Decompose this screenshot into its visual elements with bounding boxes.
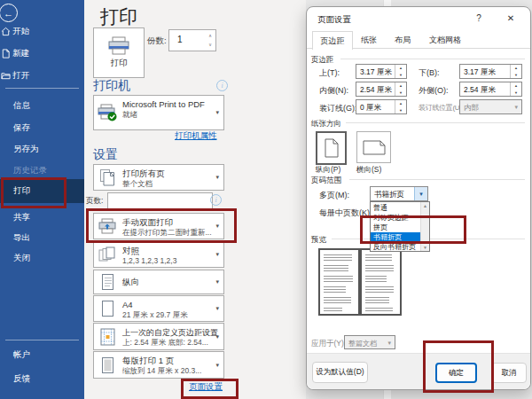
print-all-pages-icon: [99, 168, 115, 186]
printer-name: Microsoft Print to PDF: [122, 99, 205, 109]
back-button[interactable]: ←: [0, 4, 18, 22]
margin-bottom-label: 下(B):: [419, 67, 440, 79]
info-icon[interactable]: i: [216, 80, 228, 91]
tab-margins[interactable]: 页边距: [312, 31, 353, 50]
pages-per-sheet-selector[interactable]: 每版打印 1 页 缩放到 14 厘米 x 20.3... ▾: [93, 351, 224, 379]
sidebar-item-info[interactable]: 信息: [0, 96, 84, 115]
button-label: 设为默认值(D): [316, 367, 364, 378]
margin-outside-label: 外侧(O):: [419, 85, 449, 97]
chevron-down-icon[interactable]: ▾: [414, 187, 427, 200]
close-button[interactable]: ✕: [500, 10, 521, 27]
spin-up-icon[interactable]: ∧: [208, 34, 212, 38]
landscape-option[interactable]: [356, 131, 391, 163]
sidebar-item-feedback[interactable]: 反馈: [0, 369, 84, 388]
chevron-down-icon: ▾: [215, 174, 219, 181]
field-value: 3.17 厘米: [360, 67, 392, 78]
chevron-down-icon: ▾: [215, 278, 219, 286]
sidebar-item-open[interactable]: 打开: [0, 66, 84, 85]
sidebar-item-export[interactable]: 导出: [0, 228, 84, 247]
sidebar-item-label: 打印: [13, 185, 30, 197]
dropdown-line2: 21 厘米 x 29.7 厘米: [122, 310, 188, 321]
margin-top-label: 上(T):: [319, 67, 340, 79]
spin-down-icon[interactable]: ∨: [208, 43, 212, 47]
portrait-option[interactable]: [316, 131, 347, 165]
sidebar-item-save-as[interactable]: 另存为: [0, 139, 84, 159]
portrait-label: 纵向(P): [316, 165, 340, 176]
sidebar-item-share[interactable]: 共享: [0, 207, 84, 227]
option-reverse-book-fold[interactable]: 反向书籍折页: [371, 242, 415, 252]
scroll-up-icon[interactable]: ▲: [421, 203, 429, 208]
tab-layout[interactable]: 布局: [387, 32, 419, 49]
option-two-per-sheet[interactable]: 拼页: [371, 223, 415, 232]
sidebar-item-save[interactable]: 保存: [0, 118, 84, 137]
spinner[interactable]: ▲▼: [395, 82, 406, 96]
page-setup-dialog: 页面设置 ? ✕ 页边距 纸张 布局 文档网格 页边距 上(T): 3.17 厘…: [306, 6, 531, 390]
printer-selector[interactable]: Microsoft Print to PDF 就绪 ▾: [93, 95, 224, 130]
portrait-page-icon: [101, 274, 114, 291]
gutter-field[interactable]: 0 厘米 ▲▼: [356, 99, 407, 114]
copies-value: 1: [177, 35, 183, 44]
dialog-footer: 设为默认值(D) 确定 取消: [307, 353, 530, 389]
spinner[interactable]: ▲▼: [510, 82, 521, 96]
sidebar-item-close[interactable]: 关闭: [0, 248, 84, 268]
settings-section-heading: 设置: [93, 147, 118, 163]
dropdown-scrollbar[interactable]: ▲ ▼: [420, 202, 429, 251]
collation-selector[interactable]: 对照 1,2,3 1,2,3 1,2,3 ▾: [93, 241, 224, 268]
tab-label: 布局: [395, 35, 411, 46]
tab-paper[interactable]: 纸张: [353, 32, 385, 49]
multi-pages-combobox[interactable]: 书籍折页 ▾: [370, 186, 428, 201]
page-title: 打印: [100, 4, 137, 29]
margin-bottom-field[interactable]: 3.17 厘米 ▲▼: [459, 64, 522, 79]
orientation-selector[interactable]: 纵向 ▾: [93, 270, 224, 294]
margin-outside-field[interactable]: 2.54 厘米 ▲▼: [459, 82, 522, 97]
printer-properties-link[interactable]: 打印机属性: [175, 130, 217, 142]
sidebar-item-home[interactable]: 开始: [0, 21, 84, 41]
printer-device-icon: [98, 104, 117, 121]
sidebar-item-new[interactable]: 新建: [0, 43, 84, 63]
cancel-button[interactable]: 取消: [491, 363, 527, 383]
copies-stepper[interactable]: 1 ∧ ∨: [168, 29, 216, 51]
tab-doc-grid[interactable]: 文档网格: [420, 32, 470, 49]
paper-size-icon: [101, 301, 114, 317]
help-button[interactable]: ?: [468, 10, 489, 27]
sheets-per-booklet-label: 每册中页数(K):: [319, 207, 372, 219]
print-button[interactable]: 打印: [93, 27, 145, 78]
folder-icon: [1, 71, 11, 81]
preview-left-page: [318, 248, 360, 316]
chevron-down-icon: ▾: [215, 223, 219, 230]
dialog-title: 页面设置: [317, 14, 351, 26]
tab-label: 页边距: [321, 35, 345, 47]
scroll-down-icon[interactable]: ▼: [421, 245, 429, 250]
spinner[interactable]: ▲▼: [395, 100, 406, 113]
print-range-selector[interactable]: 打印所有页 整个文档 ▾: [93, 164, 224, 191]
duplex-printer-icon: [98, 218, 116, 234]
option-book-fold[interactable]: 书籍折页: [371, 232, 421, 242]
option-normal[interactable]: 普通: [371, 203, 415, 213]
pages-info-icon[interactable]: i: [210, 194, 222, 206]
sidebar-item-account[interactable]: 帐户: [0, 345, 84, 364]
option-mirror-margins[interactable]: 对称页边距: [371, 213, 415, 223]
paper-size-selector[interactable]: A4 21 厘米 x 29.7 厘米 ▾: [93, 295, 224, 322]
sidebar-item-label: 新建: [12, 48, 29, 59]
dropdown-line2: 在提示打印第二面时重新...: [122, 228, 212, 239]
sidebar-item-print[interactable]: 打印: [0, 179, 84, 203]
chevron-down-icon: ▾: [215, 305, 219, 312]
dropdown-line1: A4: [122, 300, 133, 309]
spin-down-icon: ▼: [511, 72, 521, 79]
spinner[interactable]: ▲▼: [510, 65, 521, 78]
set-as-default-button[interactable]: 设为默认值(D): [312, 362, 368, 383]
page-setup-link[interactable]: 页面设置: [189, 381, 223, 393]
margins-selector[interactable]: 上一次的自定义页边距设置 上: 2.54 厘米 底部: 2.54... ▾: [93, 323, 224, 350]
margin-inside-field[interactable]: 2.54 厘米 ▲▼: [356, 82, 407, 97]
pages-input[interactable]: [107, 192, 213, 209]
sidebar-item-history: 历史记录: [0, 160, 84, 180]
dropdown-line2: 1,2,3 1,2,3 1,2,3: [122, 256, 176, 265]
spinner[interactable]: ▲▼: [395, 65, 406, 78]
sidebar-item-label: 反馈: [13, 373, 30, 385]
option-label: 书籍折页: [373, 233, 402, 241]
sidebar-item-label: 共享: [13, 212, 30, 223]
ok-button[interactable]: 确定: [435, 363, 477, 383]
margin-top-field[interactable]: 3.17 厘米 ▲▼: [356, 64, 407, 79]
gutter-position-select: 内部 ▾: [459, 99, 522, 114]
duplex-selector[interactable]: 手动双面打印 在提示打印第二面时重新... ▾: [93, 213, 224, 239]
